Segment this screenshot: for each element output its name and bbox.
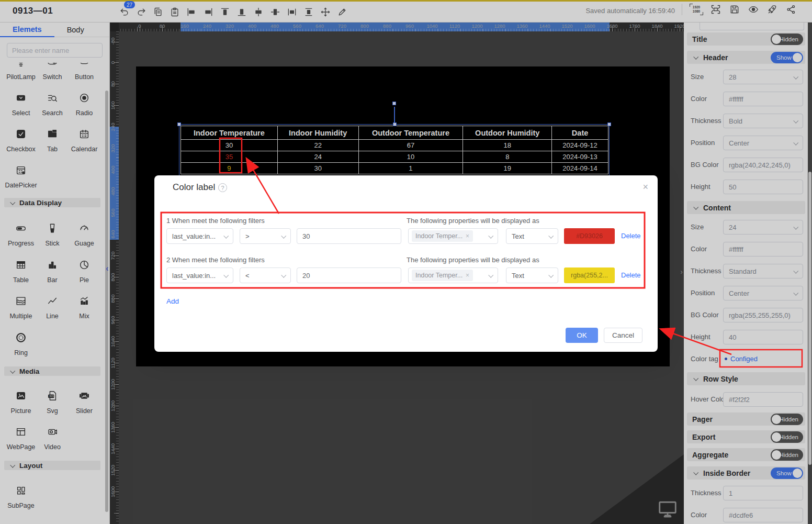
rule-when-label: 1 When meet the following filters: [166, 217, 265, 225]
chevron-down-icon: [223, 233, 229, 239]
chevron-down-icon: [548, 273, 554, 278]
select-value: >: [245, 232, 250, 240]
select-value: last_value:in...: [172, 232, 216, 240]
filter-field-select[interactable]: last_value:in...: [166, 228, 233, 244]
delete-rule-link[interactable]: Delete: [621, 232, 641, 240]
tag-label: Indoor Temper...: [415, 272, 463, 279]
chevron-down-icon: [281, 273, 286, 278]
input-value: 30: [302, 232, 310, 240]
color-label-dialog: Color label ? × 1 When meet the followin…: [154, 175, 658, 352]
dialog-title: Color label: [173, 182, 215, 193]
cancel-button[interactable]: Cancel: [604, 328, 642, 343]
filter-value-input[interactable]: 20: [297, 267, 401, 283]
input-value: 20: [302, 272, 310, 280]
rule-then-label: The following properties will be display…: [407, 217, 539, 225]
color-swatch[interactable]: #D93026: [564, 228, 615, 244]
tag-label: Indoor Temper...: [415, 232, 463, 240]
select-value: <: [245, 272, 250, 280]
chevron-down-icon: [488, 233, 493, 239]
display-type-select[interactable]: Text: [506, 228, 558, 244]
property-tag: Indoor Temper...×: [412, 230, 473, 242]
rule-when-label: 2 When meet the following filters: [166, 256, 265, 264]
chevron-down-icon: [548, 233, 554, 239]
select-value: last_value:in...: [172, 272, 216, 280]
chevron-down-icon: [281, 233, 286, 239]
rule-then-label: The following properties will be display…: [407, 256, 539, 264]
chevron-down-icon: [488, 273, 493, 278]
filter-operator-select[interactable]: <: [240, 267, 291, 283]
target-property-multiselect[interactable]: Indoor Temper...×: [408, 228, 498, 244]
display-type-select[interactable]: Text: [506, 267, 558, 283]
delete-rule-link[interactable]: Delete: [621, 271, 641, 279]
tag-close-icon[interactable]: ×: [466, 232, 469, 240]
select-value: Text: [512, 232, 524, 240]
color-swatch[interactable]: rgba(255,2...: [564, 267, 615, 283]
ok-button[interactable]: OK: [566, 328, 598, 343]
close-icon[interactable]: ×: [642, 182, 648, 193]
select-value: Text: [512, 272, 524, 280]
filter-value-input[interactable]: 30: [297, 228, 401, 244]
chevron-down-icon: [223, 273, 229, 278]
add-rule-link[interactable]: Add: [166, 297, 179, 305]
help-icon[interactable]: ?: [218, 183, 227, 192]
filter-field-select[interactable]: last_value:in...: [166, 267, 233, 283]
property-tag: Indoor Temper...×: [412, 270, 473, 281]
filter-operator-select[interactable]: >: [240, 228, 291, 244]
tag-close-icon[interactable]: ×: [466, 272, 469, 279]
target-property-multiselect[interactable]: Indoor Temper...×: [408, 267, 498, 283]
